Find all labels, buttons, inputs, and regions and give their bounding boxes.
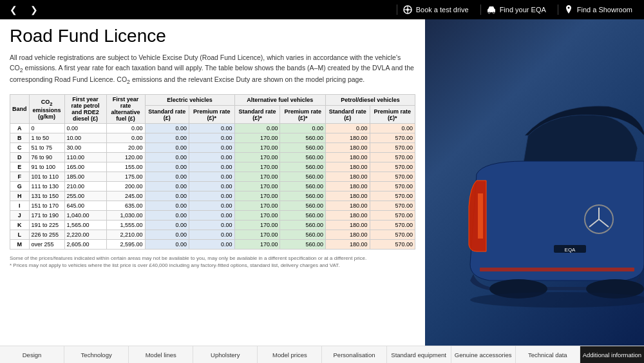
table-row: Mover 2552,605.002,595.000.000.00170.005… <box>10 240 415 250</box>
a-std-cell: 170.00 <box>234 143 280 153</box>
a-prem-cell: 560.00 <box>280 172 325 182</box>
e-prem-header: Premium rate (£)* <box>189 106 234 124</box>
main-content: Road Fund Licence All road vehicle regis… <box>0 19 644 346</box>
co2-cell: 171 to 190 <box>29 211 64 221</box>
p-std-header: Standard rate (£) <box>325 106 370 124</box>
table-row: H131 to 150255.00245.000.000.00170.00560… <box>10 191 415 201</box>
a-std-cell: 0.00 <box>234 124 280 133</box>
bottom-nav-item-model-lines[interactable]: Model lines <box>129 346 193 363</box>
a-std-cell: 170.00 <box>234 133 280 143</box>
first-alt-header: First year rate alternative fuel (£) <box>106 95 145 124</box>
table-row: B1 to 5010.000.000.000.00170.00560.00180… <box>10 133 415 143</box>
e-prem-cell: 0.00 <box>189 240 234 250</box>
bottom-nav-item-technical-data[interactable]: Technical data <box>516 346 580 363</box>
bottom-nav-item-additional-information[interactable]: Additional information <box>580 346 644 363</box>
bottom-nav-item-standard-equipment[interactable]: Standard equipment <box>387 346 451 363</box>
svg-marker-7 <box>488 6 495 9</box>
a-std-cell: 170.00 <box>234 240 280 250</box>
e-prem-cell: 0.00 <box>189 162 234 172</box>
e-std-header: Standard rate (£) <box>145 106 189 124</box>
table-row: I151 to 170645.00635.000.000.00170.00560… <box>10 201 415 211</box>
p-std-cell: 0.00 <box>325 124 370 133</box>
bottom-nav-item-genuine-accessories[interactable]: Genuine accessories <box>451 346 516 363</box>
bottom-nav-item-personalisation[interactable]: Personalisation <box>322 346 386 363</box>
p-prem-cell: 570.00 <box>370 172 415 182</box>
e-prem-cell: 0.00 <box>189 191 234 201</box>
first-alt-cell: 2,595.00 <box>106 240 145 250</box>
co2-cell: over 255 <box>29 240 64 250</box>
a-std-header: Standard rate (£)* <box>234 106 280 124</box>
find-eqa-button[interactable]: Find your EQA <box>480 5 551 15</box>
bottom-nav-item-upholstery[interactable]: Upholstery <box>193 346 258 363</box>
bottom-nav-item-model-prices[interactable]: Model prices <box>258 346 322 363</box>
left-panel: Road Fund Licence All road vehicle regis… <box>0 19 425 346</box>
first-petrol-cell: 2,220.00 <box>64 230 106 240</box>
band-cell: L <box>10 230 30 240</box>
table-row: A00.000.000.000.000.000.000.000.00 <box>10 124 415 133</box>
band-cell: F <box>10 172 30 182</box>
a-std-cell: 170.00 <box>234 182 280 191</box>
first-alt-cell: 120.00 <box>106 153 145 162</box>
p-std-cell: 180.00 <box>325 201 370 211</box>
a-std-cell: 170.00 <box>234 153 280 162</box>
footnote-2: * Prices may not apply to vehicles where… <box>10 262 415 269</box>
a-std-cell: 170.00 <box>234 211 280 221</box>
table-row: J171 to 1901,040.001,030.000.000.00170.0… <box>10 211 415 221</box>
a-prem-cell: 560.00 <box>280 230 325 240</box>
e-prem-cell: 0.00 <box>189 172 234 182</box>
first-petrol-cell: 185.00 <box>64 172 106 182</box>
band-header: Band <box>10 95 30 124</box>
p-prem-cell: 570.00 <box>370 211 415 221</box>
co2-cell: 226 to 255 <box>29 230 64 240</box>
p-std-cell: 180.00 <box>325 153 370 162</box>
svg-point-8 <box>488 12 490 14</box>
a-std-cell: 170.00 <box>234 172 280 182</box>
a-prem-cell: 560.00 <box>280 182 325 191</box>
book-test-drive-button[interactable]: Book a test drive <box>397 5 474 15</box>
find-showroom-button[interactable]: Find a Showroom <box>558 5 638 15</box>
road-fund-table: Band CO2 emissions (g/km) First year rat… <box>10 94 415 250</box>
first-alt-cell: 245.00 <box>106 191 145 201</box>
e-std-cell: 0.00 <box>145 211 189 221</box>
first-petrol-cell: 165.00 <box>64 162 106 172</box>
table-row: K191 to 2251,565.001,555.000.000.00170.0… <box>10 221 415 230</box>
a-prem-cell: 560.00 <box>280 153 325 162</box>
a-std-cell: 170.00 <box>234 201 280 211</box>
p-prem-cell: 570.00 <box>370 221 415 230</box>
co2-header: CO2 emissions (g/km) <box>29 95 64 124</box>
prev-button[interactable]: ❮ <box>6 5 21 15</box>
svg-point-19 <box>470 292 644 308</box>
p-std-cell: 180.00 <box>325 221 370 230</box>
first-petrol-cell: 255.00 <box>64 191 106 201</box>
page-title: Road Fund Licence <box>10 26 415 46</box>
table-row: G111 to 130210.00200.000.000.00170.00560… <box>10 182 415 191</box>
e-std-cell: 0.00 <box>145 162 189 172</box>
p-prem-cell: 570.00 <box>370 182 415 191</box>
svg-text:EQA: EQA <box>565 247 576 253</box>
p-prem-cell: 0.00 <box>370 124 415 133</box>
top-header: ❮ ❯ Book a test drive Find your EQA Find… <box>0 0 644 19</box>
bottom-nav-item-technology[interactable]: Technology <box>64 346 129 363</box>
a-prem-cell: 560.00 <box>280 201 325 211</box>
e-std-cell: 0.00 <box>145 230 189 240</box>
a-prem-cell: 560.00 <box>280 143 325 153</box>
a-std-cell: 170.00 <box>234 221 280 230</box>
first-petrol-header: First year rate petrol and RDE2 diesel (… <box>64 95 106 124</box>
e-std-cell: 0.00 <box>145 172 189 182</box>
band-cell: H <box>10 191 30 201</box>
next-button[interactable]: ❯ <box>27 5 41 15</box>
p-std-cell: 180.00 <box>325 143 370 153</box>
p-std-cell: 180.00 <box>325 182 370 191</box>
alt-group-header: Alternative fuel vehicles <box>234 95 325 106</box>
e-prem-cell: 0.00 <box>189 143 234 153</box>
svg-point-1 <box>406 8 409 11</box>
a-std-cell: 170.00 <box>234 191 280 201</box>
first-petrol-cell: 30.00 <box>64 143 106 153</box>
a-prem-header: Premium rate (£)* <box>280 106 325 124</box>
a-prem-cell: 560.00 <box>280 221 325 230</box>
p-std-cell: 180.00 <box>325 240 370 250</box>
a-prem-cell: 560.00 <box>280 133 325 143</box>
band-cell: C <box>10 143 30 153</box>
a-prem-cell: 0.00 <box>280 124 325 133</box>
bottom-nav-item-design[interactable]: Design <box>0 346 64 363</box>
